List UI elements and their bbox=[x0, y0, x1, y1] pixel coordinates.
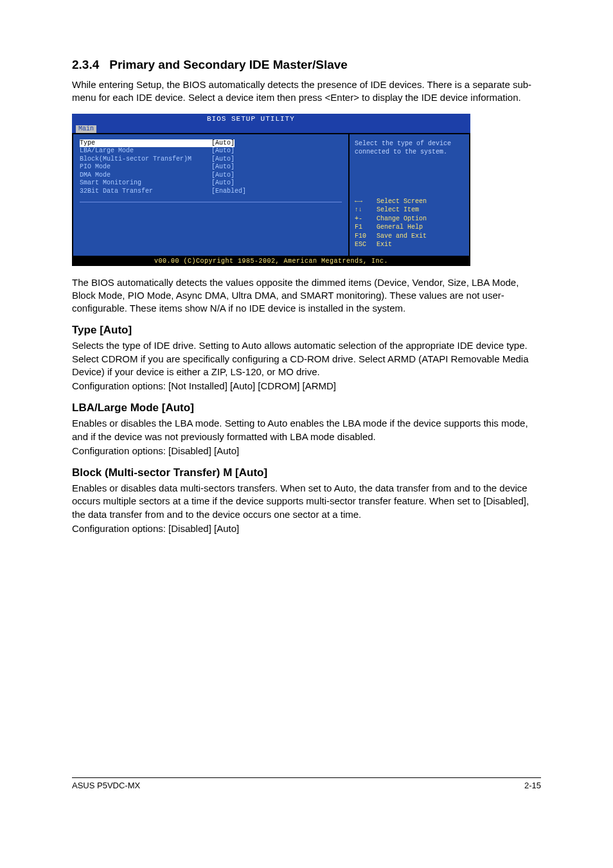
footer-page-number: 2-15 bbox=[524, 781, 541, 790]
section-heading: 2.3.4Primary and Secondary IDE Master/Sl… bbox=[72, 58, 541, 72]
bios-field-value: [Auto] bbox=[211, 155, 235, 164]
bios-key: +- bbox=[355, 215, 377, 224]
bios-field-row[interactable]: LBA/Large Mode[Auto] bbox=[80, 147, 342, 155]
bios-key: F1 bbox=[355, 223, 377, 232]
bios-field-value: [Auto] bbox=[211, 147, 235, 155]
bios-help-panel: Select the type of device connected to t… bbox=[348, 133, 470, 257]
bios-field-label: Type bbox=[80, 139, 211, 148]
bios-help-text: Select the type of device connected to t… bbox=[355, 139, 464, 197]
block-config: Configuration options: [Disabled] [Auto] bbox=[72, 522, 541, 535]
lba-heading: LBA/Large Mode [Auto] bbox=[72, 402, 541, 414]
bios-field-label: PIO Mode bbox=[80, 163, 211, 172]
bios-key-desc: Select Item bbox=[377, 206, 419, 213]
bios-field-label: Smart Monitoring bbox=[80, 179, 211, 188]
bios-key: ESC bbox=[355, 240, 377, 249]
bios-key-desc: Select Screen bbox=[377, 198, 427, 205]
bios-key-desc: Exit bbox=[377, 241, 392, 248]
bios-tab-row: Main bbox=[72, 124, 470, 133]
lba-config: Configuration options: [Disabled] [Auto] bbox=[72, 445, 541, 457]
bios-field-value: [Enabled] bbox=[211, 188, 246, 196]
footer-product: ASUS P5VDC-MX bbox=[72, 781, 140, 790]
bios-field-row[interactable]: Block(Multi-sector Transfer)M[Auto] bbox=[80, 155, 342, 164]
bios-field-label: DMA Mode bbox=[80, 172, 211, 180]
bios-fields-panel: Type[Auto] LBA/Large Mode[Auto] Block(Mu… bbox=[72, 133, 348, 257]
after-bios-paragraph: The BIOS automatically detects the value… bbox=[72, 276, 541, 315]
bios-body: Type[Auto] LBA/Large Mode[Auto] Block(Mu… bbox=[72, 133, 470, 257]
bios-key: F10 bbox=[355, 232, 377, 241]
bios-key: ↑↓ bbox=[355, 206, 377, 215]
bios-title-bar: BIOS SETUP UTILITY bbox=[72, 114, 470, 124]
lba-body: Enables or disables the LBA mode. Settin… bbox=[72, 417, 541, 443]
bios-field-label: LBA/Large Mode bbox=[80, 147, 211, 155]
bios-field-label: 32Bit Data Transfer bbox=[80, 188, 211, 196]
bios-field-row[interactable]: PIO Mode[Auto] bbox=[80, 163, 342, 172]
type-heading: Type [Auto] bbox=[72, 324, 541, 337]
bios-key-desc: Save and Exit bbox=[377, 233, 427, 240]
bios-field-value: [Auto] bbox=[211, 179, 235, 188]
type-config: Configuration options: [Not Installed] [… bbox=[72, 380, 541, 393]
bios-key: ←→ bbox=[355, 197, 377, 206]
bios-footer-bar: v00.00 (C)Copyright 1985-2002, American … bbox=[72, 257, 470, 266]
bios-key-desc: Change Option bbox=[377, 215, 427, 222]
block-heading: Block (Multi-sector Transfer) M [Auto] bbox=[72, 466, 541, 479]
bios-field-value: [Auto] bbox=[211, 172, 235, 180]
type-body: Selects the type of IDE drive. Setting t… bbox=[72, 339, 541, 378]
bios-field-value: [Auto] bbox=[211, 139, 235, 148]
section-number: 2.3.4 bbox=[72, 58, 99, 71]
bios-screenshot: BIOS SETUP UTILITY Main Type[Auto] LBA/L… bbox=[72, 114, 470, 266]
section-title: Primary and Secondary IDE Master/Slave bbox=[109, 58, 348, 71]
bios-field-row[interactable]: 32Bit Data Transfer[Enabled] bbox=[80, 188, 342, 196]
bios-field-row[interactable]: DMA Mode[Auto] bbox=[80, 172, 342, 180]
bios-field-row[interactable]: Smart Monitoring[Auto] bbox=[80, 179, 342, 188]
bios-keymap: ←→Select Screen ↑↓Select Item +-Change O… bbox=[355, 197, 464, 249]
bios-field-value: [Auto] bbox=[211, 163, 235, 172]
bios-tab-main[interactable]: Main bbox=[76, 125, 96, 133]
block-body: Enables or disables data multi-sectors t… bbox=[72, 482, 541, 521]
bios-divider bbox=[80, 202, 342, 202]
bios-field-row[interactable]: Type[Auto] bbox=[80, 139, 342, 148]
bios-field-label: Block(Multi-sector Transfer)M bbox=[80, 155, 211, 164]
intro-paragraph: While entering Setup, the BIOS automatic… bbox=[72, 78, 541, 105]
bios-key-desc: General Help bbox=[377, 224, 423, 231]
page-footer: ASUS P5VDC-MX 2-15 bbox=[72, 777, 541, 790]
